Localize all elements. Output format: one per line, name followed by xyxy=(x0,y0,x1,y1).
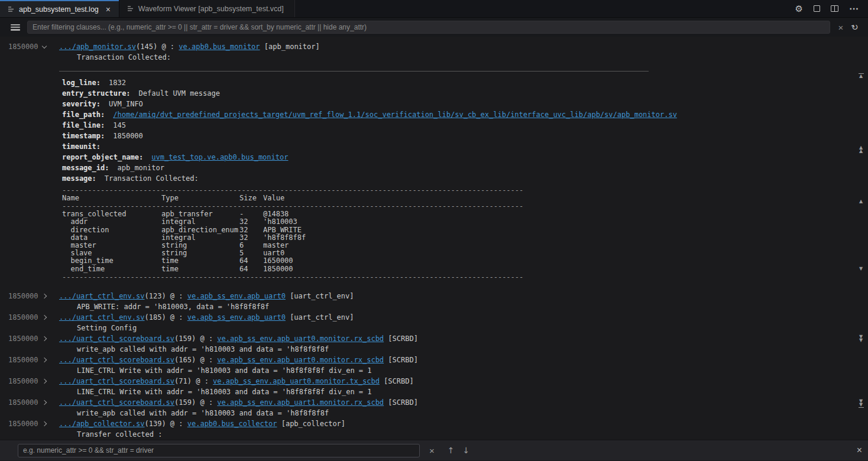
entry-gutter: 1850000 xyxy=(0,418,59,440)
detail-value-link[interactable]: uvm_test_top.ve.apb0.bus_monitor xyxy=(151,153,288,161)
detail-value: UVM_INFO xyxy=(109,100,143,108)
entry-details: log_line:1832entry_structure:Default UVM… xyxy=(62,77,868,184)
tab-label: apb_subsystem_test.log xyxy=(19,5,99,14)
entry-timestamp: 1850000 xyxy=(8,418,38,429)
table-row: dataintegral32'h8f8f8f8f xyxy=(62,234,868,242)
table-separator: ----------------------------------------… xyxy=(62,273,524,281)
scroll-rail xyxy=(855,37,868,440)
expand-entry-chevron-icon[interactable] xyxy=(41,294,46,298)
entry-message: APB_WRITE: addr = 'h810003, data = 'h8f8… xyxy=(59,301,868,312)
close-tab-icon[interactable] xyxy=(103,5,113,14)
tab-waveform-viewer[interactable]: Waveform Viewer [apb_subsystem_test.vcd] xyxy=(119,0,295,17)
clear-find-icon[interactable] xyxy=(429,446,435,456)
split-editor-icon[interactable] xyxy=(831,5,838,12)
detail-key: message_id: xyxy=(62,164,109,172)
table-cell: master xyxy=(263,242,868,249)
entry-header-line: .../uart_ctrl_env.sv(185) @ : ve.apb_ss_… xyxy=(59,312,868,323)
detail-value: Transaction Collected: xyxy=(105,174,199,183)
table-cell: data xyxy=(62,234,161,242)
file-link[interactable]: .../uart_ctrl_env.sv xyxy=(59,292,145,300)
table-cell: 64 xyxy=(239,265,263,273)
collapse-entry-chevron-icon[interactable] xyxy=(41,44,46,48)
entry-tag: [uart_ctrl_env] xyxy=(286,292,354,300)
entry-header-text: (159) @ : xyxy=(174,335,217,343)
entry-header-text: (159) @ : xyxy=(174,398,217,407)
object-link[interactable]: ve.apb_ss_env.apb_uart0 xyxy=(187,313,286,322)
detail-value: apb_monitor xyxy=(117,164,164,172)
find-next-icon[interactable] xyxy=(463,446,470,455)
table-cell: direction xyxy=(62,226,161,234)
more-actions-icon[interactable] xyxy=(849,3,859,14)
find-previous-icon[interactable] xyxy=(448,446,455,455)
entry-body: .../apb_collector.sv(139) @ : ve.apb0.bu… xyxy=(59,418,868,440)
expand-entry-chevron-icon[interactable] xyxy=(41,315,46,320)
entry-gutter: 1850000 xyxy=(0,376,59,397)
file-link[interactable]: .../uart_ctrl_scoreboard.sv xyxy=(59,377,174,385)
object-link[interactable]: ve.apb0.bus_monitor xyxy=(179,43,260,51)
table-cell: string xyxy=(161,249,239,257)
find-input[interactable] xyxy=(18,444,420,457)
entry-tag: [SCRBD] xyxy=(384,356,418,364)
object-link[interactable]: ve.apb_ss_env.apb_uart0.monitor.tx_scbd xyxy=(213,377,380,385)
scroll-to-bottom-icon[interactable] xyxy=(857,400,865,408)
entry-message: write_apb called with addr = 'h810003 an… xyxy=(59,408,868,418)
page-down-icon[interactable] xyxy=(857,335,865,342)
close-find-bar-icon[interactable] xyxy=(857,445,862,456)
entry-body: .../uart_ctrl_scoreboard.sv(71) @ : ve.a… xyxy=(59,376,868,397)
object-link[interactable]: ve.apb0.bus_collector xyxy=(187,420,277,428)
detail-row: file_path:/home/amiq/dvt_predefined_proj… xyxy=(62,109,868,120)
clear-filter-icon[interactable] xyxy=(838,22,844,33)
table-cell: string xyxy=(161,242,239,249)
table-row: end_timetime641850000 xyxy=(62,265,868,273)
table-row: masterstring6master xyxy=(62,242,868,249)
file-link[interactable]: .../uart_ctrl_env.sv xyxy=(59,313,145,322)
file-link[interactable]: .../apb_collector.sv xyxy=(59,420,145,428)
file-link[interactable]: .../apb_monitor.sv xyxy=(59,43,136,51)
detail-row: message:Transaction Collected: xyxy=(62,173,868,184)
settings-gear-icon[interactable] xyxy=(795,4,803,14)
object-link[interactable]: ve.apb_ss_env.apb_uart0.monitor.rx_scbd xyxy=(217,335,384,343)
object-link[interactable]: ve.apb_ss_env.apb_uart1.monitor.rx_scbd xyxy=(217,398,384,407)
log-entry: 1850000.../uart_ctrl_env.sv(123) @ : ve.… xyxy=(0,291,868,312)
tab-log-file[interactable]: apb_subsystem_test.log xyxy=(0,0,119,17)
table-header-cell: Type xyxy=(161,194,239,202)
maximize-panel-icon[interactable] xyxy=(814,5,820,12)
file-link[interactable]: .../uart_ctrl_scoreboard.sv xyxy=(59,335,174,343)
entry-header-text: (185) @ : xyxy=(145,313,187,322)
entry-tag: [apb_collector] xyxy=(277,420,345,428)
filter-input[interactable] xyxy=(27,21,830,34)
entry-timestamp: 1850000 xyxy=(8,41,38,52)
find-bar xyxy=(0,440,868,460)
expand-entry-chevron-icon[interactable] xyxy=(41,336,46,341)
log-entry: 1850000.../apb_monitor.sv(145) @ : ve.ap… xyxy=(0,41,868,281)
entry-header-text: (71) @ : xyxy=(174,377,213,385)
entry-header-text: (123) @ : xyxy=(145,292,187,300)
expand-entry-chevron-icon[interactable] xyxy=(41,400,46,405)
entry-message: LINE_CTRL Write with addr = 'h810003 and… xyxy=(59,365,868,376)
log-viewer: 1850000.../apb_monitor.sv(145) @ : ve.ap… xyxy=(0,37,868,440)
object-link[interactable]: ve.apb_ss_env.apb_uart0 xyxy=(187,292,286,300)
expand-entry-chevron-icon[interactable] xyxy=(41,379,46,384)
log-entry: 1850000.../uart_ctrl_scoreboard.sv(165) … xyxy=(0,355,868,376)
previous-marker-icon[interactable] xyxy=(857,200,865,203)
file-link[interactable]: .../uart_ctrl_scoreboard.sv xyxy=(59,398,174,407)
detail-row: report_object_name:uvm_test_top.ve.apb0.… xyxy=(62,152,868,163)
entry-header-text: (145) @ : xyxy=(136,43,179,51)
next-marker-icon[interactable] xyxy=(857,267,865,271)
scroll-to-top-icon[interactable] xyxy=(857,73,865,78)
table-header-cell: Name xyxy=(62,194,161,202)
entry-tag: [SCRBD] xyxy=(384,335,418,343)
object-link[interactable]: ve.apb_ss_env.apb_uart0.monitor.rx_scbd xyxy=(217,356,384,364)
log-entry: 1850000.../apb_collector.sv(139) @ : ve.… xyxy=(0,418,868,440)
page-up-icon[interactable] xyxy=(857,146,865,153)
file-link[interactable]: .../uart_ctrl_scoreboard.sv xyxy=(59,356,174,364)
refresh-icon[interactable] xyxy=(851,22,859,32)
entry-header-line: .../apb_collector.sv(139) @ : ve.apb0.bu… xyxy=(59,418,868,429)
detail-value-link[interactable]: /home/amiq/dvt_predefined_projects_targe… xyxy=(113,111,677,119)
entry-tag: [SCRBD] xyxy=(380,377,414,385)
expand-entry-chevron-icon[interactable] xyxy=(41,421,46,426)
table-header-cell: Size xyxy=(239,194,263,202)
entry-message: Transaction Collected: xyxy=(59,52,868,63)
expand-entry-chevron-icon[interactable] xyxy=(41,358,46,362)
menu-hamburger-icon[interactable] xyxy=(11,24,20,31)
